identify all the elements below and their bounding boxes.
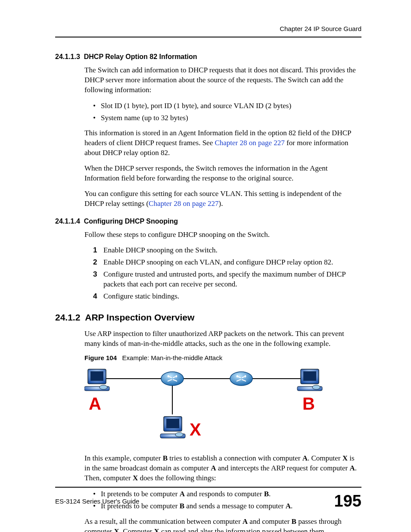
svg-point-4 [161,372,184,386]
text-run: and intercepts the ARP request for compu… [216,464,349,472]
svg-rect-7 [90,371,103,381]
list-item: System name (up to 32 bytes) [93,113,361,123]
list-item: Slot ID (1 byte), port ID (1 byte), and … [93,101,361,111]
list-item: Configure trusted and untrusted ports, a… [93,270,361,289]
paragraph: As a result, all the communication betwe… [84,517,361,532]
switch-icon [230,372,252,386]
heading-title: Configuring DHCP Snooping [84,218,178,225]
computer-x-icon [160,417,185,438]
bold-x: X [114,527,119,532]
label-a: A [89,394,101,413]
svg-point-5 [230,372,252,386]
svg-point-13 [312,385,320,389]
computer-b-icon [297,369,322,391]
heading-title: DHCP Relay Option 82 Information [84,53,197,60]
svg-point-17 [175,432,183,437]
numbered-list: Enable DHCP snooping on the Switch. Enab… [93,246,361,302]
text-run: and computer [248,517,292,526]
bold-a: A [349,464,355,472]
header-rule [55,37,361,37]
heading-number: 24.1.2 [55,312,80,322]
bold-a: A [211,464,216,472]
page-number: 195 [334,492,361,510]
computer-a-icon [84,369,109,391]
paragraph: This information is stored in an Agent I… [84,128,361,158]
switch-icon [161,372,184,386]
text-run: tries to establish a connection with com… [168,454,302,462]
bold-b: B [292,517,296,526]
text-run: can read and alter the information passe… [159,527,326,532]
bold-a: A [243,517,248,526]
cross-ref-link[interactable]: Chapter 28 on page 227 [149,199,218,208]
bold-b: B [163,454,168,462]
text-run: . Computer [308,454,342,462]
paragraph: Follow these steps to configure DHCP sno… [84,230,361,240]
heading-24-1-1-4: 24.1.1.4 Configuring DHCP Snooping [55,218,361,225]
footer-guide-title: ES-3124 Series User's Guide [55,498,139,505]
figure-caption: Figure 104 Example: Man-in-the-middle At… [84,354,361,361]
text-run: In this example, computer [84,454,163,462]
text-run: As a result, all the communication betwe… [84,517,243,526]
footer-rule [55,487,361,488]
paragraph: When the DHCP server responds, the Switc… [84,164,361,184]
label-x: X [190,420,201,439]
text-run: ). [218,199,223,208]
figure-104: A B X [84,365,326,446]
heading-24-1-1-3: 24.1.1.3 DHCP Relay Option 82 Informatio… [55,53,361,61]
bold-a: A [302,454,308,462]
svg-rect-11 [303,371,316,381]
text-run: does the following things: [138,474,216,482]
paragraph: Use ARP inspection to filter unauthorize… [84,329,361,349]
figure-label: Figure 104 [84,354,117,361]
svg-point-9 [100,385,107,389]
paragraph: The Switch can add information to DHCP r… [84,65,361,95]
list-item: Enable DHCP snooping on each VLAN, and c… [93,258,361,268]
bold-x: X [133,474,138,482]
paragraph: You can configure this setting for each … [84,189,361,209]
figure-title: Example: Man-in-the-middle Attack [122,354,223,361]
heading-number: 24.1.1.3 [55,53,80,60]
svg-rect-15 [166,419,179,428]
bold-x: X [342,454,348,462]
list-item: Configure static bindings. [93,292,361,302]
heading-title: ARP Inspection Overview [85,312,194,322]
cross-ref-link[interactable]: Chapter 28 on page 227 [215,139,284,147]
paragraph: In this example, computer B tries to est… [84,454,361,483]
heading-24-1-2: 24.1.2 ARP Inspection Overview [55,312,361,323]
label-b: B [302,394,315,413]
list-item: Enable DHCP snooping on the Switch. [93,246,361,255]
chapter-header: Chapter 24 IP Source Guard [55,25,361,32]
heading-number: 24.1.1.4 [55,218,80,225]
bullet-list: Slot ID (1 byte), port ID (1 byte), and … [93,101,361,123]
text-run: . Computer [119,527,154,532]
bold-x: X [154,527,159,532]
